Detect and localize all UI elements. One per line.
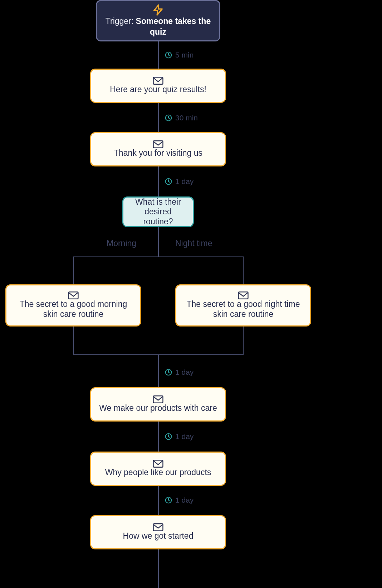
edge bbox=[243, 327, 244, 354]
clock-icon bbox=[165, 51, 172, 59]
envelope-icon bbox=[238, 291, 249, 299]
branch-label-right: Night time bbox=[175, 239, 212, 248]
delay-label: 1 day bbox=[165, 496, 194, 504]
delay-label: 1 day bbox=[165, 368, 194, 377]
clock-icon bbox=[165, 178, 172, 185]
delay-label: 1 day bbox=[165, 177, 194, 186]
email-label: Here are your quiz results! bbox=[110, 85, 206, 95]
svg-rect-6 bbox=[69, 292, 78, 299]
delay-label: 30 min bbox=[165, 114, 198, 122]
edge bbox=[73, 327, 74, 354]
svg-rect-9 bbox=[153, 396, 163, 403]
trigger-label: Trigger: Someone takes the quiz bbox=[103, 16, 213, 38]
svg-rect-13 bbox=[153, 524, 163, 531]
email-node-night-routine[interactable]: The secret to a good night time skin car… bbox=[175, 284, 311, 327]
email-label: The secret to a good night time skin car… bbox=[183, 299, 304, 319]
email-node-how-started[interactable]: How we got started bbox=[90, 515, 226, 549]
delay-label: 1 day bbox=[165, 432, 194, 441]
envelope-icon bbox=[153, 140, 163, 148]
bolt-icon bbox=[152, 4, 164, 16]
svg-rect-11 bbox=[153, 460, 163, 467]
edge bbox=[243, 256, 244, 284]
email-node-quiz-results[interactable]: Here are your quiz results! bbox=[90, 69, 226, 103]
svg-rect-4 bbox=[153, 141, 163, 148]
email-label: We make our products with care bbox=[99, 403, 217, 413]
decision-label: What is their desired routine? bbox=[130, 197, 186, 227]
branch-label-left: Morning bbox=[107, 239, 136, 248]
email-label: How we got started bbox=[123, 531, 194, 541]
svg-marker-0 bbox=[154, 5, 162, 15]
email-label: Thank you for visiting us bbox=[114, 148, 202, 158]
trigger-node[interactable]: Trigger: Someone takes the quiz bbox=[96, 0, 220, 41]
edge bbox=[73, 256, 74, 284]
decision-node[interactable]: What is their desired routine? bbox=[122, 196, 194, 227]
envelope-icon bbox=[68, 291, 79, 299]
clock-icon bbox=[165, 496, 172, 504]
edge bbox=[158, 227, 159, 256]
email-node-morning-routine[interactable]: The secret to a good morning skin care r… bbox=[5, 284, 141, 327]
clock-icon bbox=[165, 368, 172, 376]
edge bbox=[73, 256, 243, 257]
email-node-products-care[interactable]: We make our products with care bbox=[90, 387, 226, 422]
clock-icon bbox=[165, 114, 172, 122]
email-node-thank-you[interactable]: Thank you for visiting us bbox=[90, 132, 226, 166]
email-node-why-like[interactable]: Why people like our products bbox=[90, 452, 226, 486]
envelope-icon bbox=[153, 77, 163, 85]
delay-label: 5 min bbox=[165, 51, 194, 59]
clock-icon bbox=[165, 433, 172, 440]
email-label: The secret to a good morning skin care r… bbox=[13, 299, 134, 319]
email-label: Why people like our products bbox=[105, 468, 211, 478]
svg-rect-7 bbox=[239, 292, 248, 299]
svg-rect-2 bbox=[153, 77, 163, 84]
envelope-icon bbox=[153, 523, 163, 531]
envelope-icon bbox=[153, 460, 163, 468]
envelope-icon bbox=[153, 395, 163, 403]
flow-canvas: Trigger: Someone takes the quiz 5 min He… bbox=[0, 0, 382, 588]
